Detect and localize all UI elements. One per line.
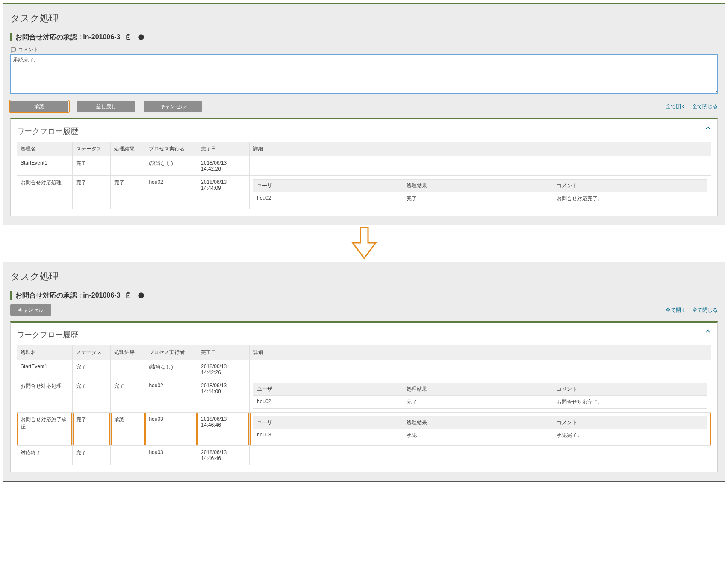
workflow-history-bottom: ワークフロー履歴 処理名 ステータス 処理結果 プロセス実行者 完了日 詳細 S… xyxy=(10,321,718,472)
cell-exec: (該当なし) xyxy=(145,156,197,176)
cell-detail: ユーザ 処理結果 コメント hou02完了お問合せ対応完了。 xyxy=(250,379,711,413)
col-result: 処理結果 xyxy=(111,345,145,360)
detail-comment: 承認完了。 xyxy=(553,429,707,442)
comment-label: コメント xyxy=(10,46,718,53)
table-row: 対応終了完了hou032018/06/1314:46:46 xyxy=(17,446,711,465)
history-table-bottom: 処理名 ステータス 処理結果 プロセス実行者 完了日 詳細 StartEvent… xyxy=(17,345,711,465)
detail-col-user: ユーザ xyxy=(253,416,403,429)
page-title: タスク処理 xyxy=(10,12,718,25)
cell-status: 完了 xyxy=(72,413,110,446)
page-title: タスク処理 xyxy=(10,270,718,283)
arrow-down-icon xyxy=(3,225,725,262)
cell-status: 完了 xyxy=(72,360,110,379)
cancel-button[interactable]: キャンセル xyxy=(10,304,51,316)
col-date: 完了日 xyxy=(197,345,250,360)
col-name: 処理名 xyxy=(17,345,73,360)
open-all-link[interactable]: 全て開く xyxy=(666,307,686,314)
cancel-button[interactable]: キャンセル xyxy=(144,101,202,112)
clipboard-icon[interactable] xyxy=(124,32,133,42)
detail-col-result: 処理結果 xyxy=(403,180,553,192)
col-date: 完了日 xyxy=(197,142,250,156)
table-row: お問合せ対応終了承認完了承認hou032018/06/1314:46:46 ユー… xyxy=(17,413,711,446)
col-exec: プロセス実行者 xyxy=(145,142,197,156)
cell-date: 2018/06/1314:46:46 xyxy=(197,446,250,465)
cell-exec: hou02 xyxy=(145,176,197,209)
table-row: StartEvent1完了(該当なし)2018/06/1314:42:26 xyxy=(17,360,711,379)
detail-col-comment: コメント xyxy=(553,416,707,429)
button-row: 承認 差し戻し キャンセル 全て開く 全て閉じる xyxy=(10,101,718,112)
title-accent-bar xyxy=(10,33,12,41)
detail-col-comment: コメント xyxy=(553,383,707,396)
cell-name: お問合せ対応終了承認 xyxy=(17,413,73,446)
cell-name: お問合せ対応処理 xyxy=(17,176,73,209)
cell-name: お問合せ対応処理 xyxy=(17,379,73,413)
detail-col-comment: コメント xyxy=(553,180,707,192)
cell-date: 2018/06/1314:42:26 xyxy=(197,360,250,379)
svg-rect-4 xyxy=(141,35,141,36)
detail-result: 承認 xyxy=(403,429,553,442)
col-detail: 詳細 xyxy=(250,345,711,360)
close-all-link[interactable]: 全て閉じる xyxy=(692,307,718,314)
detail-row: hou03承認承認完了。 xyxy=(253,429,707,442)
svg-rect-8 xyxy=(141,295,141,297)
sub-title-row: お問合せ対応の承認 : in-201006-3 xyxy=(10,291,718,300)
detail-header-row: ユーザ 処理結果 コメント xyxy=(253,383,707,396)
col-status: ステータス xyxy=(72,142,110,156)
cell-exec: hou02 xyxy=(145,379,197,413)
col-status: ステータス xyxy=(72,345,110,360)
detail-result: 完了 xyxy=(403,192,553,205)
detail-row: hou02完了お問合せ対応完了。 xyxy=(253,192,707,205)
detail-col-result: 処理結果 xyxy=(403,416,553,429)
history-table-top: 処理名 ステータス 処理結果 プロセス実行者 完了日 詳細 StartEvent… xyxy=(17,142,711,209)
info-icon[interactable] xyxy=(136,291,146,300)
cell-result xyxy=(111,360,145,379)
clipboard-icon[interactable] xyxy=(124,291,133,300)
cell-exec: hou03 xyxy=(145,413,197,446)
cell-exec: hou03 xyxy=(145,446,197,465)
cell-detail xyxy=(250,446,711,465)
info-icon[interactable] xyxy=(136,32,146,42)
cell-detail: ユーザ 処理結果 コメント hou03承認承認完了。 xyxy=(250,413,711,446)
comment-textarea[interactable] xyxy=(10,54,718,94)
close-all-link[interactable]: 全て閉じる xyxy=(692,103,718,110)
cell-name: 対応終了 xyxy=(17,446,73,465)
approve-button[interactable]: 承認 xyxy=(10,101,68,112)
sub-title-row: お問合せ対応の承認 : in-201006-3 xyxy=(10,32,718,42)
history-header-row: 処理名 ステータス 処理結果 プロセス実行者 完了日 詳細 xyxy=(17,345,711,360)
cell-result: 完了 xyxy=(111,176,145,209)
col-name: 処理名 xyxy=(17,142,73,156)
open-all-link[interactable]: 全て開く xyxy=(666,103,686,110)
detail-result: 完了 xyxy=(403,396,553,409)
cell-name: StartEvent1 xyxy=(17,156,73,176)
collapse-icon[interactable] xyxy=(704,328,711,336)
detail-table: ユーザ 処理結果 コメント hou02完了お問合せ対応完了。 xyxy=(253,383,707,409)
cell-detail xyxy=(250,360,711,379)
reject-button[interactable]: 差し戻し xyxy=(77,101,135,112)
cell-exec: (該当なし) xyxy=(145,360,197,379)
detail-comment: お問合せ対応完了。 xyxy=(553,192,707,205)
detail-user: hou02 xyxy=(253,192,403,205)
svg-rect-3 xyxy=(141,37,141,39)
comment-icon xyxy=(10,47,16,53)
cell-detail xyxy=(250,156,711,176)
table-row: StartEvent1完了(該当なし)2018/06/1314:42:26 xyxy=(17,156,711,176)
cell-date: 2018/06/1314:44:09 xyxy=(197,176,250,209)
history-header-row: 処理名 ステータス 処理結果 プロセス実行者 完了日 詳細 xyxy=(17,142,711,156)
detail-table: ユーザ 処理結果 コメント hou03承認承認完了。 xyxy=(253,416,707,442)
history-title: ワークフロー履歴 xyxy=(17,126,711,136)
collapse-icon[interactable] xyxy=(704,124,711,133)
detail-header-row: ユーザ 処理結果 コメント xyxy=(253,416,707,429)
history-title: ワークフロー履歴 xyxy=(17,330,711,340)
table-row: お問合せ対応処理完了完了hou022018/06/1314:44:09 ユーザ … xyxy=(17,176,711,209)
cell-status: 完了 xyxy=(72,176,110,209)
cell-detail: ユーザ 処理結果 コメント hou02完了お問合せ対応完了。 xyxy=(250,176,711,209)
detail-col-user: ユーザ xyxy=(253,383,403,396)
detail-header-row: ユーザ 処理結果 コメント xyxy=(253,180,707,192)
col-detail: 詳細 xyxy=(250,142,711,156)
detail-user: hou03 xyxy=(253,429,403,442)
detail-row: hou02完了お問合せ対応完了。 xyxy=(253,396,707,409)
button-row: キャンセル 全て開く 全て閉じる xyxy=(10,304,718,316)
sub-title: お問合せ対応の承認 : in-201006-3 xyxy=(15,291,120,300)
detail-col-user: ユーザ xyxy=(253,180,403,192)
cell-result: 完了 xyxy=(111,379,145,413)
